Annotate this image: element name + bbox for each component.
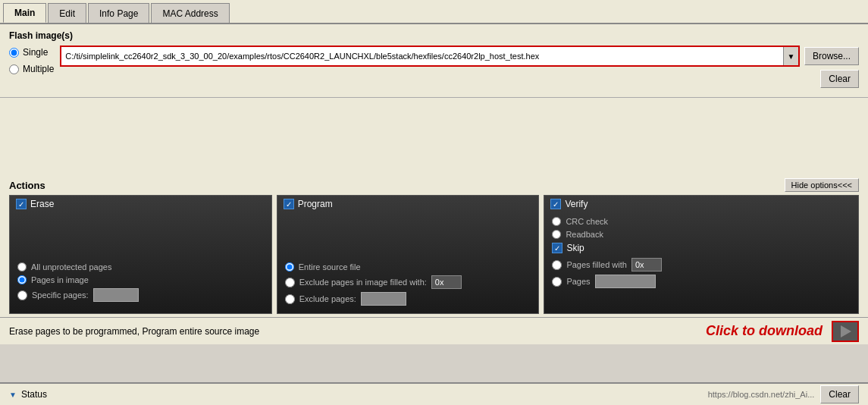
exclude-pages-input[interactable] [361,292,406,306]
erase-checkbox-label[interactable]: ✓ Erase [16,199,54,209]
verify-opt-crc[interactable]: CRC check [552,217,851,226]
pages-input[interactable] [595,275,656,288]
erase-opt-pages-in-image[interactable]: Pages in image [17,275,264,284]
verify-pages-filled: Pages filled with [552,258,851,272]
actions-header: Actions Hide options<<< [9,178,859,192]
program-panel-body: Entire source file Exclude pages in imag… [277,212,539,313]
erase-opt-all[interactable]: All unprotected pages [17,262,264,272]
single-radio-row: Single [9,47,54,58]
tab-edit[interactable]: Edit [48,3,86,23]
actions-panels: ✓ Erase All unprotected pages Pages in i… [9,195,859,314]
tab-bar: Main Edit Info Page MAC Address [0,0,868,24]
verify-panel-body: CRC check Readback ✓ Skip Page [544,212,858,313]
specific-pages-input[interactable] [93,288,139,302]
status-bar: ▼ Status https://blog.csdn.net/zhi_Ai...… [0,382,868,405]
file-input-row: ▼ Browse... [60,46,859,67]
verify-checkbox-label[interactable]: ✓ Verify [550,199,588,209]
download-button[interactable] [832,321,859,342]
verify-panel: ✓ Verify CRC check Readback [544,195,859,314]
play-icon [841,325,851,338]
app-window: Main Edit Info Page MAC Address Flash im… [0,0,868,405]
actions-label: Actions [9,180,45,191]
file-path-input[interactable] [61,47,783,65]
exclude-filled-input[interactable] [431,275,462,289]
flash-section-title: Flash image(s) [9,30,859,41]
verify-opt-readback[interactable]: Readback [552,230,851,239]
skip-checkbox[interactable]: ✓ [552,243,562,253]
verify-panel-header: ✓ Verify [544,196,858,212]
clear-button-status[interactable]: Clear [820,385,859,403]
program-checkbox[interactable]: ✓ [284,199,294,209]
prog-opt-exclude-pages: Exclude pages: [285,292,531,306]
verify-pages: Pages [552,275,851,288]
erase-panel-body: All unprotected pages Pages in image Spe… [10,212,271,313]
clear-button-flash[interactable]: Clear [820,70,859,88]
erase-panel-header: ✓ Erase [10,196,271,212]
file-path-wrapper: ▼ [60,46,800,67]
pages-filled-input[interactable] [631,258,662,272]
actions-section: Actions Hide options<<< ✓ Erase [0,174,868,317]
dropdown-arrow[interactable]: ▼ [783,47,798,65]
status-url: https://blog.csdn.net/zhi_Ai... [708,390,815,399]
erase-panel: ✓ Erase All unprotected pages Pages in i… [9,195,272,314]
status-title: Status [21,389,47,400]
bottom-action-bar: Erase pages to be programmed, Program en… [0,317,868,344]
status-text: Erase pages to be programmed, Program en… [9,326,259,337]
skip-checkbox-label[interactable]: ✓ Skip [552,243,851,253]
erase-checkbox[interactable]: ✓ [16,199,27,209]
status-left: ▼ Status [9,389,47,400]
prog-opt-exclude-filled: Exclude pages in image filled with: [285,275,531,289]
erase-opt-specific: Specific pages: [17,288,264,302]
spacer-area [0,98,868,174]
program-panel-header: ✓ Program [277,196,539,212]
single-radio[interactable] [9,48,19,58]
multiple-radio[interactable] [9,64,19,74]
verify-checkbox[interactable]: ✓ [550,199,561,209]
multiple-radio-row: Multiple [9,64,54,74]
single-label: Single [23,47,48,58]
program-panel: ✓ Program Entire source file Exclude pag… [277,195,540,314]
program-checkbox-label[interactable]: ✓ Program [284,199,333,209]
click-to-download-label: Click to download [706,323,823,339]
flash-section: Flash image(s) Single Multiple ▼ [0,24,868,98]
tab-mac-address[interactable]: MAC Address [151,3,229,23]
tab-info-page[interactable]: Info Page [88,3,149,23]
multiple-label: Multiple [23,64,54,74]
browse-button[interactable]: Browse... [804,47,859,65]
collapse-arrow[interactable]: ▼ [9,391,17,399]
hide-options-button[interactable]: Hide options<<< [785,178,859,192]
prog-opt-entire[interactable]: Entire source file [285,262,531,272]
tab-main[interactable]: Main [3,3,46,23]
